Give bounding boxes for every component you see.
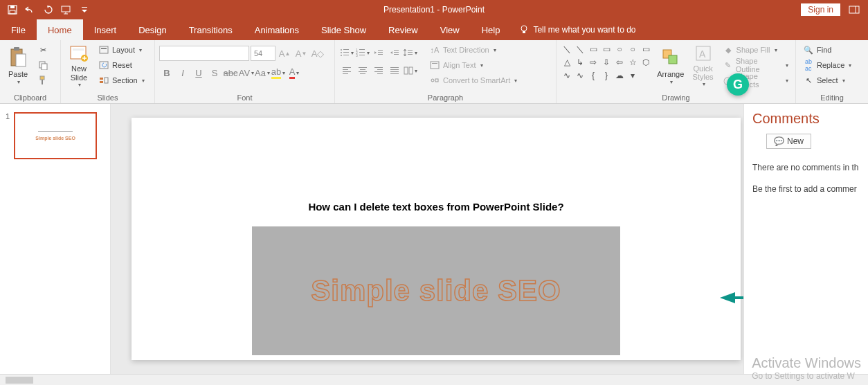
qat-customize-icon[interactable]: [76, 1, 93, 18]
new-comment-button[interactable]: 💬 New: [766, 134, 811, 149]
text-shadow-button[interactable]: S: [207, 65, 222, 80]
shape-rect-icon[interactable]: ▭: [640, 43, 652, 55]
underline-button[interactable]: U: [191, 65, 206, 80]
grammarly-icon[interactable]: G: [727, 73, 749, 96]
tab-home[interactable]: Home: [37, 19, 83, 40]
layout-button[interactable]: Layout▾: [96, 43, 147, 57]
align-center-button[interactable]: [355, 64, 370, 78]
tab-design[interactable]: Design: [127, 19, 177, 40]
tab-view[interactable]: View: [429, 19, 471, 40]
tab-slide-show[interactable]: Slide Show: [310, 19, 377, 40]
paste-button[interactable]: Paste ▾: [4, 43, 32, 89]
increase-indent-button[interactable]: [387, 46, 402, 60]
decrease-font-size-button[interactable]: A▼: [293, 46, 309, 61]
scrollbar-thumb[interactable]: [6, 377, 33, 384]
shape-oval-icon[interactable]: ○: [626, 43, 639, 55]
justify-button[interactable]: [387, 64, 402, 78]
font-size-combo[interactable]: [251, 46, 275, 61]
horizontal-scrollbar[interactable]: [0, 374, 868, 385]
shape-hex-icon[interactable]: ⬡: [640, 56, 652, 69]
seo-title-text[interactable]: Simple slide SEO: [311, 274, 561, 307]
change-case-button[interactable]: Aa▾: [255, 65, 270, 80]
tab-animations[interactable]: Animations: [244, 19, 310, 40]
ribbon-display-options-icon[interactable]: [846, 1, 862, 18]
shape-rect-icon[interactable]: ▭: [587, 43, 599, 55]
slide-thumbnail[interactable]: Simple slide SEO: [14, 112, 97, 159]
slide-heading-text[interactable]: How can I delete text boxes from PowerPo…: [145, 201, 727, 213]
content-box[interactable]: Simple slide SEO: [252, 226, 620, 355]
sign-in-button[interactable]: Sign in: [801, 3, 840, 16]
copy-button[interactable]: [35, 58, 51, 72]
highlight-button[interactable]: ab▾: [271, 65, 286, 80]
shape-callout-icon[interactable]: ☁: [613, 69, 626, 82]
svg-rect-10: [16, 54, 26, 66]
shape-arrow-icon[interactable]: ⇩: [600, 56, 613, 69]
start-from-beginning-icon[interactable]: [58, 1, 75, 18]
columns-button[interactable]: ▾: [403, 64, 418, 78]
shape-connector-icon[interactable]: ↳: [574, 56, 586, 69]
shape-brace-icon[interactable]: {: [587, 69, 599, 82]
text-direction-button[interactable]: ↕AText Direction▾: [426, 43, 520, 57]
shape-oval-icon[interactable]: ○: [613, 43, 626, 55]
new-slide-button[interactable]: New Slide ▾: [65, 43, 93, 89]
strikethrough-button[interactable]: abc: [223, 65, 238, 80]
align-right-button[interactable]: [371, 64, 386, 78]
tab-transitions[interactable]: Transitions: [178, 19, 244, 40]
svg-rect-7: [523, 31, 525, 33]
convert-smartart-button[interactable]: Convert to SmartArt▾: [426, 73, 520, 87]
bullets-button[interactable]: ▾: [339, 46, 354, 60]
save-icon[interactable]: [4, 1, 21, 18]
svg-rect-2: [10, 10, 15, 14]
tell-me-search[interactable]: Tell me what you want to do: [511, 19, 635, 40]
select-button[interactable]: ↖Select▾: [800, 73, 854, 87]
undo-icon[interactable]: [22, 1, 39, 18]
shapes-more-icon[interactable]: ▾: [626, 69, 639, 82]
shapes-gallery[interactable]: ＼ ＼ ▭ ▭ ○ ○ ▭ △ ↳ ⇨ ⇩ ⇦ ☆ ⬡ ∿ ∿ { } ☁ ▾: [561, 43, 652, 82]
italic-button[interactable]: I: [175, 65, 190, 80]
increase-font-size-button[interactable]: A▲: [277, 46, 292, 61]
reset-button[interactable]: Reset: [96, 58, 147, 72]
slide-editor-area[interactable]: How can I delete text boxes from PowerPo…: [111, 104, 743, 374]
shape-curve-icon[interactable]: ∿: [574, 69, 586, 82]
shape-arrow-icon[interactable]: ⇦: [613, 56, 626, 69]
line-spacing-button[interactable]: ▾: [403, 46, 418, 60]
shape-brace-icon[interactable]: }: [600, 69, 613, 82]
shape-outline-button[interactable]: ✎Shape Outline▾: [720, 58, 791, 72]
section-button[interactable]: Section▾: [96, 73, 147, 87]
svg-rect-21: [100, 78, 103, 80]
align-left-button[interactable]: [339, 64, 354, 78]
numbering-button[interactable]: 123▾: [355, 46, 370, 60]
shape-curve-icon[interactable]: ∿: [561, 69, 573, 82]
shape-star-icon[interactable]: ☆: [626, 56, 639, 69]
arrange-button[interactable]: Arrange ▾: [655, 43, 687, 89]
align-text-button[interactable]: Align Text▾: [426, 58, 520, 72]
tab-file[interactable]: File: [0, 19, 37, 40]
shape-rect-icon[interactable]: ▭: [600, 43, 613, 55]
format-painter-button[interactable]: [35, 73, 51, 87]
shape-fill-button[interactable]: ◆Shape Fill▾: [720, 43, 791, 57]
shape-arrow-icon[interactable]: ⇨: [587, 56, 599, 69]
tab-review[interactable]: Review: [377, 19, 429, 40]
character-spacing-button[interactable]: AV▾: [239, 65, 254, 80]
font-family-combo[interactable]: [159, 46, 249, 61]
tab-help[interactable]: Help: [471, 19, 512, 40]
replace-button[interactable]: abacReplace▾: [800, 58, 854, 72]
shape-line-icon[interactable]: ＼: [561, 43, 573, 55]
redo-icon[interactable]: [40, 1, 57, 18]
quick-styles-button[interactable]: A Quick Styles ▾: [689, 43, 717, 89]
font-color-button[interactable]: A▾: [287, 65, 302, 80]
slide-canvas[interactable]: How can I delete text boxes from PowerPo…: [132, 118, 741, 360]
font-group-label: Font: [159, 92, 330, 103]
bold-button[interactable]: B: [159, 65, 174, 80]
find-button[interactable]: 🔍Find: [800, 43, 854, 57]
shape-line-icon[interactable]: ＼: [574, 43, 586, 55]
window-title: Presentation1 - PowerPoint: [383, 5, 485, 15]
layout-icon: [98, 44, 109, 55]
tab-insert[interactable]: Insert: [83, 19, 128, 40]
arrange-icon: [660, 46, 682, 69]
decrease-indent-button[interactable]: [371, 46, 386, 60]
clear-formatting-button[interactable]: A◇: [310, 46, 325, 61]
cut-button[interactable]: ✂: [35, 43, 51, 57]
shape-triangle-icon[interactable]: △: [561, 56, 573, 69]
lightbulb-icon: [519, 25, 529, 35]
